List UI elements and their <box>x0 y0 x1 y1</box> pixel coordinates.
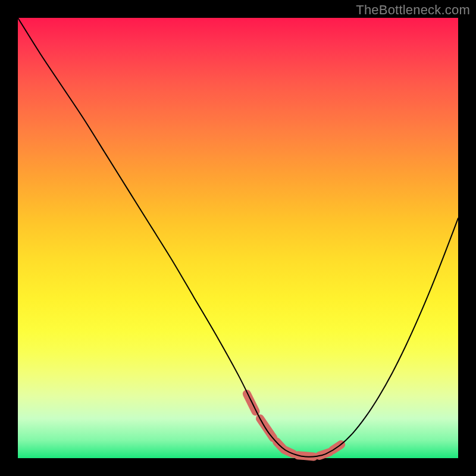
chart-svg <box>18 18 458 458</box>
marker-segment <box>247 394 256 412</box>
marker-layer <box>247 394 341 456</box>
curve-line <box>18 18 458 457</box>
chart-plot-area <box>18 18 458 458</box>
watermark-text: TheBottleneck.com <box>356 2 470 18</box>
